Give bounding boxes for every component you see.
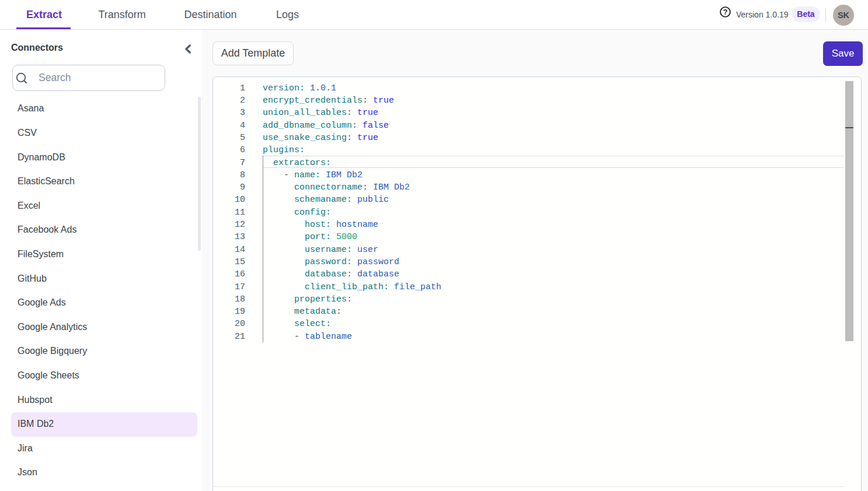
svg-text:?: ? [723,8,727,16]
